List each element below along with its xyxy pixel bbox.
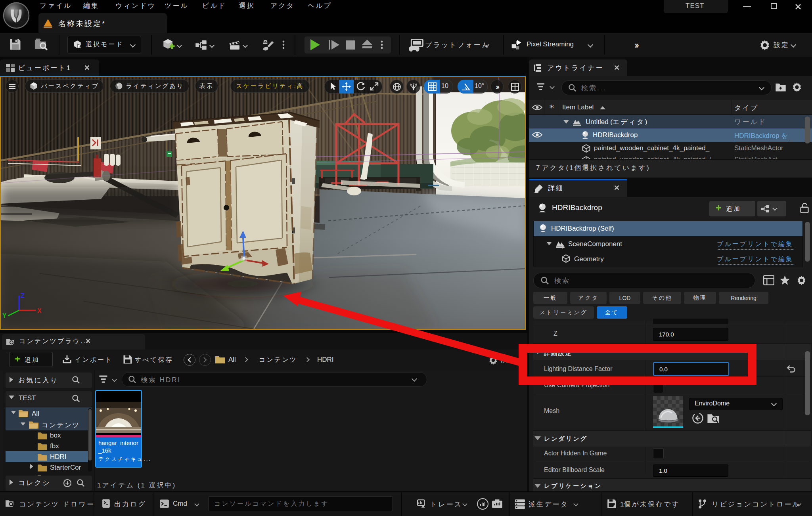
svg-text:c: c (561, 245, 563, 248)
svg-text:Y: Y (2, 312, 7, 319)
svg-text:X: X (37, 308, 42, 314)
svg-text:Z: Z (21, 292, 25, 299)
